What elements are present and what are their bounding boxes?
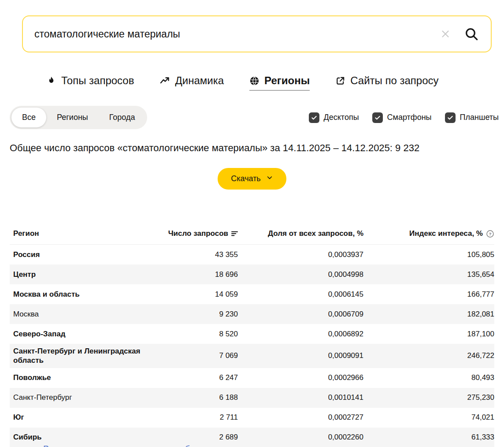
trend-icon [159, 75, 170, 86]
checkbox-smartphones[interactable]: Смартфоны [372, 112, 432, 123]
queries-cell: 8 520 [151, 330, 238, 339]
queries-cell: 6 188 [151, 393, 238, 402]
search-input[interactable] [34, 28, 439, 40]
share-cell: 0,0002260 [238, 433, 363, 442]
header-index: Индекс интереса, % [409, 229, 483, 238]
segment-all[interactable]: Все [11, 108, 46, 127]
index-cell: 74,021 [363, 413, 494, 422]
svg-text:?: ? [489, 231, 491, 236]
queries-cell: 6 247 [151, 373, 238, 382]
chevron-down-icon [266, 174, 273, 183]
queries-cell: 2 711 [151, 413, 238, 422]
region-cell: Санкт-Петербург и Ленинградская область [10, 346, 151, 365]
share-cell: 0,0006892 [238, 330, 363, 339]
question-circle-icon[interactable]: ? [486, 230, 494, 238]
share-cell: 0,0006145 [238, 290, 363, 299]
region-cell: Северо-Запад [10, 329, 151, 339]
index-cell: 275,230 [363, 393, 494, 402]
queries-cell: 9 230 [151, 310, 238, 319]
device-checkboxes: Десктопы Смартфоны Планшеты [309, 112, 499, 123]
table-row: Санкт-Петербург и Ленинградская область … [10, 344, 494, 368]
search-icon[interactable] [463, 26, 479, 42]
share-cell: 0,0002727 [238, 413, 363, 422]
checkbox-checked-icon [309, 112, 319, 123]
queries-cell: 43 355 [151, 250, 238, 259]
table-row: Москва 9 230 0,0006709 182,081 [10, 304, 494, 324]
share-cell: 0,0010141 [238, 393, 363, 402]
tab-label: Топы запросов [61, 74, 134, 87]
header-queries: Число запросов [168, 229, 228, 238]
index-cell: 187,100 [363, 330, 494, 339]
region-cell: Юг [10, 413, 151, 422]
index-cell: 166,777 [363, 290, 494, 299]
filter-row: Все Регионы Города Десктопы Смартфоны Пл… [10, 106, 499, 129]
tab-regions[interactable]: Регионы [249, 74, 310, 91]
header-region: Регион [10, 229, 39, 238]
share-cell: 0,0002966 [238, 373, 363, 382]
fire-icon [46, 76, 56, 86]
index-cell: 182,081 [363, 310, 494, 319]
region-cell: Санкт-Петербург [10, 393, 151, 402]
region-cell: Москва [10, 309, 151, 319]
tabs: Топы запросов Динамика Регионы Сайты по … [46, 74, 504, 91]
download-button-label: Скачать [231, 174, 261, 183]
queries-cell: 14 059 [151, 290, 238, 299]
share-cell: 0,0006709 [238, 310, 363, 319]
checkbox-checked-icon [445, 112, 456, 123]
table-row: Санкт-Петербург 6 188 0,0010141 275,230 [10, 388, 494, 408]
share-cell: 0,0009091 [238, 351, 363, 360]
region-cell: Россия [10, 250, 151, 259]
tab-sites[interactable]: Сайты по запросу [335, 74, 438, 91]
index-cell: 61,333 [363, 433, 494, 442]
checkbox-desktops[interactable]: Десктопы [309, 112, 359, 123]
header-share: Доля от всех запросов, % [268, 229, 363, 238]
sort-icon[interactable] [231, 231, 238, 237]
index-cell: 80,493 [363, 373, 494, 382]
checkbox-label: Смартфоны [387, 113, 432, 122]
index-cell: 246,722 [363, 351, 494, 360]
checkbox-tablets[interactable]: Планшеты [445, 112, 499, 123]
tab-dynamics[interactable]: Динамика [159, 74, 224, 91]
footer-link[interactable]: Вопросы и предложения — в службу поддерж… [43, 444, 241, 447]
clear-icon[interactable] [439, 27, 452, 41]
table-row: Центр 18 696 0,0004998 135,654 [10, 264, 494, 284]
region-cell: Сибирь [10, 432, 151, 442]
index-cell: 135,654 [363, 270, 494, 279]
table-row: Северо-Запад 8 520 0,0006892 187,100 [10, 324, 494, 344]
share-cell: 0,0004998 [238, 270, 363, 279]
regions-table: Регион Число запросов Доля от всех запро… [10, 224, 494, 447]
segment-regions[interactable]: Регионы [46, 108, 99, 127]
region-cell: Москва и область [10, 290, 151, 299]
checkbox-label: Десктопы [324, 113, 359, 122]
index-cell: 105,805 [363, 250, 494, 259]
download-button[interactable]: Скачать [218, 168, 286, 190]
tab-label: Регионы [264, 74, 310, 87]
table-row: Москва и область 14 059 0,0006145 166,77… [10, 284, 494, 304]
table-row: Поволжье 6 247 0,0002966 80,493 [10, 368, 494, 388]
region-cell: Центр [10, 270, 151, 279]
external-link-icon [335, 76, 345, 86]
share-cell: 0,0003937 [238, 250, 363, 259]
globe-icon [249, 76, 259, 86]
checkbox-checked-icon [372, 112, 383, 123]
table-row: Юг 2 711 0,0002727 74,021 [10, 408, 494, 428]
scope-segmented-control: Все Регионы Города [10, 106, 147, 129]
queries-cell: 2 689 [151, 433, 238, 442]
tab-label: Сайты по запросу [350, 74, 438, 87]
search-bar [22, 15, 492, 52]
checkbox-label: Планшеты [460, 113, 499, 122]
table-row: Россия 43 355 0,0003937 105,805 [10, 245, 494, 264]
region-cell: Поволжье [10, 373, 151, 382]
tab-label: Динамика [175, 74, 224, 87]
table-header-row: Регион Число запросов Доля от всех запро… [10, 224, 494, 245]
total-queries-summary: Общее число запросов «стоматологические … [10, 142, 504, 154]
tab-top-queries[interactable]: Топы запросов [46, 74, 134, 91]
segment-cities[interactable]: Города [99, 108, 146, 127]
queries-cell: 7 069 [151, 351, 238, 360]
queries-cell: 18 696 [151, 270, 238, 279]
